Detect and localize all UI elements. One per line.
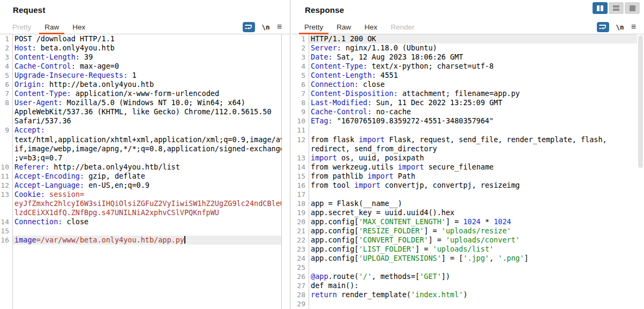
tab-raw[interactable]: Raw [331, 20, 356, 34]
line-number [0, 208, 12, 217]
code-line[interactable]: lzdCEiXX1dfQ.ZNfBpg.s47UNILNiA2xphvCSlVP… [0, 208, 281, 217]
code-line[interactable]: 25 [292, 263, 637, 272]
code-text: app.config['LIST_FOLDER'] = 'uploads/lis… [309, 245, 637, 254]
code-line[interactable]: 10Referer: http://beta.only4you.htb/list [0, 163, 281, 172]
code-text [309, 190, 637, 199]
code-line[interactable]: 13import os, uuid, posixpath [292, 153, 637, 163]
code-text: eyJfZmxhc2hlcyI6W3siIHQiOlsiZGFuZ2VyIiwi… [12, 199, 284, 208]
code-line[interactable]: 3Date: Sat, 12 Aug 2023 18:06:26 GMT [292, 53, 637, 62]
code-line[interactable]: 4Content-Type: text/x-python; charset=ut… [292, 62, 637, 71]
code-line[interactable]: 14from werkzeug.utils import secure_file… [292, 163, 637, 172]
code-line[interactable]: 27def main(): [292, 281, 637, 290]
code-line[interactable]: 5Upgrade-Insecure-Requests: 1 [0, 71, 281, 80]
code-line[interactable]: 20app.config['MAX_CONTENT_LENGTH'] = 102… [292, 217, 637, 226]
line-number: 13 [0, 190, 12, 199]
code-line[interactable]: 18app = Flask(__name__) [292, 199, 637, 208]
tab-label: Raw [44, 23, 59, 31]
line-number: 8 [0, 98, 12, 107]
code-text: Connection: close [309, 80, 637, 89]
code-line[interactable]: 7Content-Type: application/x-www-form-ur… [0, 89, 281, 98]
code-line[interactable]: 5Content-Length: 4551 [292, 71, 637, 80]
code-text: Content-Type: text/x-python; charset=utf… [309, 62, 637, 71]
request-editor[interactable]: 1POST /download HTTP/1.12Host: beta.only… [0, 34, 290, 309]
code-line[interactable]: 24app.config['UPLOAD_EXTENSIONS'] = ['.j… [292, 254, 637, 263]
editor-menu-icon[interactable]: ≡ [277, 23, 282, 31]
layout-columns-button[interactable] [593, 2, 608, 14]
code-line[interactable]: 21app.config['RESIZE_FOLDER'] = 'uploads… [292, 226, 637, 236]
code-line[interactable]: 23app.config['LIST_FOLDER'] = 'uploads/l… [292, 245, 637, 254]
layout-single-button[interactable] [625, 2, 640, 14]
editor-menu-icon[interactable]: ≡ [631, 23, 636, 31]
code-line[interactable]: 9Accept: [0, 126, 281, 135]
code-line[interactable]: if,image/webp,image/apng,*/*;q=0.8,appli… [0, 144, 281, 153]
code-line[interactable]: 19app.secret_key = uuid.uuid4().hex [292, 208, 637, 217]
line-number: 3 [0, 53, 12, 62]
code-line[interactable]: 29 [292, 299, 637, 308]
tab-render[interactable]: Render [385, 20, 420, 34]
code-text: from pathlib import Path [309, 172, 637, 181]
code-line[interactable]: 16from tool import convertjp, convertpj,… [292, 181, 637, 190]
code-line[interactable]: 9Cache-Control: no-cache [292, 107, 637, 116]
code-line[interactable]: 11Accept-Encoding: gzip, deflate [0, 172, 281, 181]
code-line[interactable]: 2Server: nginx/1.18.0 (Ubuntu) [292, 43, 637, 53]
code-line[interactable]: 12Accept-Language: en-US,en;q=0.9 [0, 181, 281, 190]
code-line[interactable]: eyJfZmxhc2hlcyI6W3siIHQiOlsiZGFuZ2VyIiwi… [0, 199, 281, 208]
tab-hex[interactable]: Hex [67, 20, 91, 34]
response-title: Response [305, 5, 344, 14]
response-scrollbar-track[interactable] [637, 34, 644, 309]
code-text: Content-Length: 39 [12, 53, 281, 62]
word-wrap-toggle-button[interactable] [243, 22, 255, 32]
tab-raw[interactable]: Raw [39, 20, 64, 34]
code-text [12, 226, 281, 236]
response-editor[interactable]: 1HTTP/1.1 200 OK2Server: nginx/1.18.0 (U… [292, 34, 644, 309]
response-scrollbar-thumb[interactable] [638, 35, 643, 168]
line-number: 2 [0, 43, 12, 53]
code-line[interactable]: 11 [292, 126, 637, 135]
tab-hex[interactable]: Hex [359, 20, 383, 34]
request-code-lines: 1POST /download HTTP/1.12Host: beta.only… [0, 34, 281, 309]
code-line[interactable]: 1HTTP/1.1 200 OK [292, 34, 637, 43]
code-line[interactable]: 10ETag: "1670765109.8359272-4551-3480357… [292, 116, 637, 126]
code-line[interactable]: 6Origin: http://beta.only4you.htb [0, 80, 281, 89]
tab-pretty[interactable]: Pretty [299, 20, 328, 34]
code-line[interactable]: Safari/537.36 [0, 116, 281, 126]
code-text: text/html,application/xhtml+xml,applicat… [12, 135, 284, 144]
line-number: 22 [292, 236, 309, 245]
request-panel: Request PrettyRawHex \n ≡ 1POST /downlo [0, 0, 290, 309]
code-line[interactable]: 4Cache-Control: max-age=0 [0, 62, 281, 71]
show-nonprintable-toggle[interactable]: \n [262, 23, 270, 31]
code-line[interactable]: 7Content-Disposition: attachment; filena… [292, 89, 637, 98]
code-line[interactable]: text/html,application/xhtml+xml,applicat… [0, 135, 281, 144]
code-line[interactable]: 28return render_template('index.html') [292, 290, 637, 299]
code-text: User-Agent: Mozilla/5.0 (Windows NT 10.0… [12, 98, 281, 107]
code-line[interactable]: 15 [0, 226, 281, 236]
code-line[interactable]: 12from flask import Flask, request, send… [292, 135, 637, 144]
line-number: 4 [0, 62, 12, 71]
code-line[interactable]: 6Connection: close [292, 80, 637, 89]
code-line[interactable]: ;v=b3;q=0.7 [0, 153, 281, 163]
request-scrollbar-track[interactable] [281, 34, 290, 309]
code-line[interactable]: redirect, send_from_directory [292, 144, 637, 153]
code-line[interactable]: 8Last-Modified: Sun, 11 Dec 2022 13:25:0… [292, 98, 637, 107]
layout-rows-button[interactable] [609, 2, 624, 14]
line-number: 9 [0, 126, 12, 135]
code-text: AppleWebKit/537.36 (KHTML, like Gecko) C… [12, 107, 281, 116]
code-line[interactable]: 15from pathlib import Path [292, 172, 637, 181]
code-line[interactable]: AppleWebKit/537.36 (KHTML, like Gecko) C… [0, 107, 281, 116]
word-wrap-toggle-button[interactable] [597, 22, 609, 32]
code-line[interactable]: 26@app.route('/', methods=['GET']) [292, 272, 637, 281]
code-line[interactable]: 1POST /download HTTP/1.1 [0, 34, 281, 43]
code-line[interactable]: 13Cookie: session= [0, 190, 281, 199]
code-line[interactable]: 22app.config['CONVERT_FOLDER'] = 'upload… [292, 236, 637, 245]
line-number: 16 [0, 236, 12, 245]
code-line[interactable]: 2Host: beta.only4you.htb [0, 43, 281, 53]
code-line[interactable]: 8User-Agent: Mozilla/5.0 (Windows NT 10.… [0, 98, 281, 107]
code-text: def main(): [309, 281, 637, 290]
show-nonprintable-toggle[interactable]: \n [616, 23, 624, 31]
line-number: 28 [292, 290, 309, 299]
code-line[interactable]: 3Content-Length: 39 [0, 53, 281, 62]
tab-pretty[interactable]: Pretty [7, 20, 36, 34]
code-line[interactable]: 17 [292, 190, 637, 199]
code-line[interactable]: 16image=/var/www/beta.only4you.htb/app.p… [0, 236, 281, 245]
code-line[interactable]: 14Connection: close [0, 217, 281, 226]
